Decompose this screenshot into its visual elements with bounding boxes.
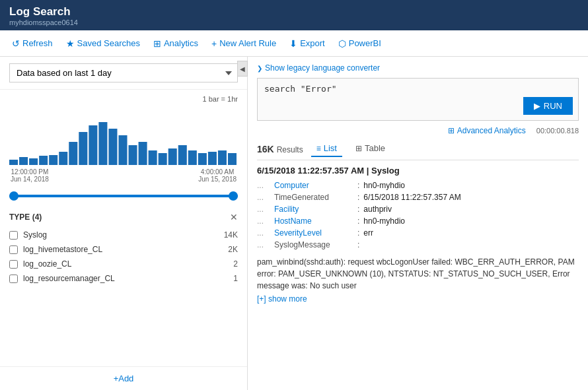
new-alert-button[interactable]: + New Alert Rule bbox=[206, 36, 281, 51]
results-count: 16K bbox=[257, 144, 274, 154]
svg-rect-21 bbox=[218, 150, 227, 165]
log-colon: : bbox=[357, 205, 359, 214]
filter-item-left: log_hivemetastore_CL bbox=[9, 245, 102, 254]
svg-rect-15 bbox=[159, 153, 167, 165]
chart-area: 1 bar = 1hr bbox=[0, 90, 247, 185]
list-icon: ≡ bbox=[316, 144, 321, 153]
filter-checkbox[interactable] bbox=[9, 260, 18, 269]
chevron-icon: ❯ bbox=[257, 65, 262, 72]
add-button[interactable]: +Add bbox=[0, 366, 247, 390]
log-dots: ... bbox=[257, 216, 270, 226]
svg-rect-3 bbox=[39, 156, 48, 165]
advanced-analytics-link[interactable]: ⊞ Advanced Analytics bbox=[448, 126, 526, 135]
filter-item: log_hivemetastore_CL 2K bbox=[9, 242, 238, 257]
log-dots: ... bbox=[257, 181, 270, 190]
time-slider[interactable] bbox=[0, 185, 247, 207]
log-field-key[interactable]: HostName bbox=[274, 216, 353, 226]
svg-rect-4 bbox=[49, 155, 57, 165]
saved-searches-button[interactable]: ★ Saved Searches bbox=[61, 36, 145, 51]
date-select[interactable]: Data based on last 1 day bbox=[9, 63, 238, 82]
query-timing: 00:00:00.818 bbox=[536, 127, 579, 135]
slider-fill bbox=[9, 195, 238, 197]
svg-rect-5 bbox=[59, 152, 67, 165]
svg-rect-2 bbox=[29, 158, 38, 165]
tab-list[interactable]: ≡ List bbox=[311, 141, 342, 157]
svg-rect-8 bbox=[89, 125, 97, 165]
log-dots: ... bbox=[257, 240, 270, 249]
svg-rect-12 bbox=[129, 145, 137, 165]
play-icon: ▶ bbox=[534, 101, 540, 111]
svg-rect-20 bbox=[208, 152, 217, 165]
filter-item: Syslog 14K bbox=[9, 228, 238, 242]
tab-table[interactable]: ⊞ Table bbox=[350, 141, 390, 157]
log-dots: ... bbox=[257, 205, 270, 214]
log-colon: : bbox=[357, 181, 359, 190]
log-field-key[interactable]: Facility bbox=[274, 205, 353, 214]
log-fields-container: ... Computer : hn0-myhdio ... TimeGenera… bbox=[257, 179, 579, 251]
query-box[interactable]: search "Error" ▶ RUN bbox=[257, 78, 579, 121]
query-text: search "Error" bbox=[264, 84, 571, 94]
filter-checkbox[interactable] bbox=[9, 275, 18, 283]
grid-icon-small: ⊞ bbox=[448, 126, 455, 135]
filter-checkbox[interactable] bbox=[9, 231, 18, 240]
filter-item-count: 1 bbox=[233, 274, 238, 283]
filter-header: TYPE (4) ✕ bbox=[9, 212, 238, 222]
results-label: Results bbox=[277, 145, 303, 154]
svg-rect-13 bbox=[139, 142, 147, 165]
collapse-button[interactable]: ◀ bbox=[237, 61, 248, 77]
slider-thumb-left[interactable] bbox=[9, 191, 18, 201]
svg-rect-14 bbox=[149, 150, 157, 165]
date-filter: Data based on last 1 day bbox=[0, 57, 247, 90]
svg-rect-0 bbox=[9, 160, 18, 165]
grid-icon: ⊞ bbox=[153, 38, 161, 49]
refresh-button[interactable]: ↺ Refresh bbox=[7, 36, 58, 51]
log-dots: ... bbox=[257, 228, 270, 238]
svg-rect-19 bbox=[198, 153, 207, 165]
svg-rect-10 bbox=[108, 129, 117, 165]
log-field-value: hn0-myhdio bbox=[363, 216, 405, 226]
filter-checkbox[interactable] bbox=[9, 245, 18, 254]
filter-item-label: Syslog bbox=[23, 230, 47, 240]
log-entry-header: 6/15/2018 11:22:57.357 AM | Syslog bbox=[257, 166, 579, 176]
powerbi-button[interactable]: ⬡ PowerBI bbox=[333, 36, 386, 51]
svg-rect-6 bbox=[69, 142, 77, 165]
chart-svg bbox=[9, 106, 238, 165]
chart-labels: 12:00:00 PM Jun 14, 2018 4:00:00 AM Jun … bbox=[9, 168, 238, 183]
legacy-link[interactable]: ❯ Show legacy language converter bbox=[257, 63, 579, 73]
log-message: pam_winbind(sshd:auth): request wbcLogon… bbox=[257, 256, 579, 292]
log-field-key: SyslogMessage bbox=[274, 240, 353, 249]
filter-item-count: 2K bbox=[228, 245, 238, 254]
right-panel: ❯ Show legacy language converter search … bbox=[248, 57, 588, 390]
log-field-value: 6/15/2018 11:22:57.357 AM bbox=[363, 193, 460, 202]
show-more-link[interactable]: [+] show more bbox=[257, 294, 579, 304]
svg-rect-22 bbox=[228, 153, 237, 165]
header: Log Search myhdiomsspace0614 bbox=[0, 0, 588, 30]
log-dots: ... bbox=[257, 193, 270, 202]
filter-item-count: 14K bbox=[224, 230, 238, 240]
filter-close-button[interactable]: ✕ bbox=[230, 212, 238, 222]
svg-rect-18 bbox=[188, 150, 197, 165]
run-button[interactable]: ▶ RUN bbox=[523, 97, 573, 115]
workspace-subtitle: myhdiomsspace0614 bbox=[9, 18, 579, 26]
page-title: Log Search bbox=[9, 5, 579, 18]
svg-rect-7 bbox=[79, 132, 87, 165]
filter-item-label: log_hivemetastore_CL bbox=[23, 245, 102, 254]
filter-item: log_resourcemanager_CL 1 bbox=[9, 271, 238, 286]
log-field: ... SyslogMessage : bbox=[257, 239, 579, 251]
results-header: 16K Results ≡ List ⊞ Table bbox=[257, 141, 579, 160]
log-field-key[interactable]: SeverityLevel bbox=[274, 228, 353, 238]
log-field-key: TimeGenerated bbox=[274, 193, 353, 202]
analytics-button[interactable]: ⊞ Analytics bbox=[148, 36, 203, 51]
slider-thumb-right[interactable] bbox=[229, 191, 238, 201]
log-entry: 6/15/2018 11:22:57.357 AM | Syslog ... C… bbox=[257, 166, 579, 383]
star-icon: ★ bbox=[66, 38, 75, 49]
svg-rect-11 bbox=[118, 135, 127, 165]
log-field: ... HostName : hn0-myhdio bbox=[257, 215, 579, 227]
log-field-value: authpriv bbox=[363, 205, 392, 214]
plus-icon: + bbox=[211, 38, 217, 49]
log-field-key[interactable]: Computer bbox=[274, 181, 353, 190]
main-layout: ◀ Data based on last 1 day 1 bar = 1hr bbox=[0, 57, 588, 390]
filter-item-label: log_oozie_CL bbox=[23, 259, 71, 269]
export-button[interactable]: ⬇ Export bbox=[284, 36, 330, 51]
filter-section: TYPE (4) ✕ Syslog 14K log_hivemetastore_… bbox=[0, 207, 247, 366]
